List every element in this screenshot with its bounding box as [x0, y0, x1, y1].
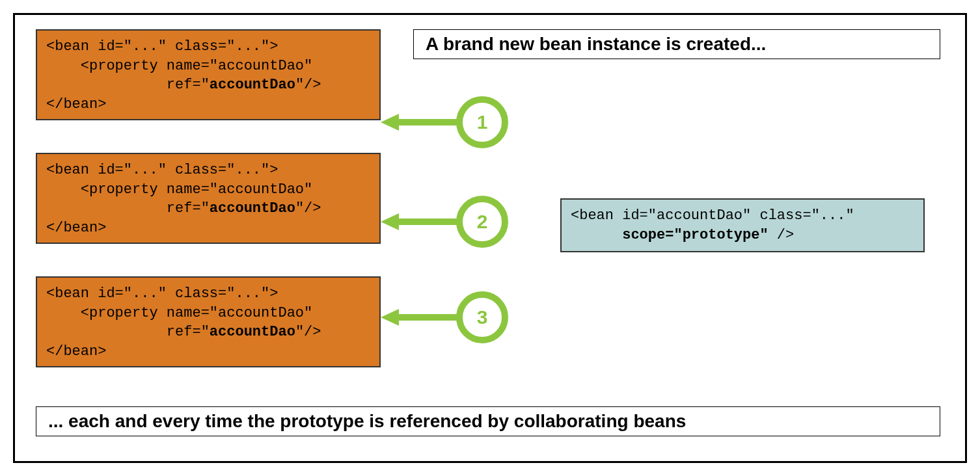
arrow-3 [381, 308, 459, 327]
title-top: A brand new bean instance is created... [413, 29, 940, 59]
code-line [571, 227, 622, 243]
arrow-2 [381, 212, 459, 231]
code-line: </bean> [46, 96, 106, 112]
bean-box-1: <bean id="..." class="..."> <property na… [36, 29, 381, 120]
circle-1: 1 [456, 96, 508, 148]
bean-box-2: <bean id="..." class="..."> <property na… [36, 153, 381, 244]
svg-marker-5 [381, 309, 399, 326]
bean-box-3: <bean id="..." class="..."> <property na… [36, 276, 381, 367]
code-line: <bean id="..." class="..."> [46, 38, 278, 55]
code-ref-bold: accountDao [210, 200, 295, 217]
svg-marker-3 [381, 213, 399, 230]
circle-number: 1 [477, 111, 488, 133]
code-line: "/> [295, 200, 321, 217]
code-ref-bold: accountDao [210, 77, 295, 93]
code-line: "/> [295, 324, 321, 340]
code-ref-bold: accountDao [210, 324, 295, 340]
circle-number: 2 [477, 211, 488, 233]
code-line: <bean id="..." class="..."> [46, 285, 278, 302]
code-line: <property name="accountDao" [46, 58, 312, 74]
code-line: ref=" [46, 77, 210, 93]
arrow-1 [381, 112, 459, 132]
code-line: ref=" [46, 324, 210, 340]
svg-marker-1 [381, 114, 399, 131]
title-bottom: ... each and every time the prototype is… [36, 406, 940, 436]
circle-2: 2 [456, 196, 508, 248]
code-line: </bean> [46, 220, 106, 236]
title-bottom-text: ... each and every time the prototype is… [48, 411, 686, 431]
circle-3: 3 [456, 291, 508, 343]
code-line: /> [769, 227, 795, 243]
code-line: <property name="accountDao" [46, 181, 312, 198]
code-scope-bold: scope="prototype" [622, 227, 768, 243]
code-line: ref=" [46, 200, 210, 217]
code-line: <property name="accountDao" [46, 305, 312, 321]
code-line: </bean> [46, 343, 106, 360]
title-top-text: A brand new bean instance is created... [426, 34, 766, 54]
diagram-frame: A brand new bean instance is created... … [13, 13, 967, 463]
code-line: <bean id="accountDao" class="..." [571, 207, 854, 224]
code-line: "/> [295, 77, 321, 93]
code-line: <bean id="..." class="..."> [46, 162, 278, 178]
prototype-box: <bean id="accountDao" class="..." scope=… [560, 198, 925, 252]
circle-number: 3 [477, 306, 488, 328]
